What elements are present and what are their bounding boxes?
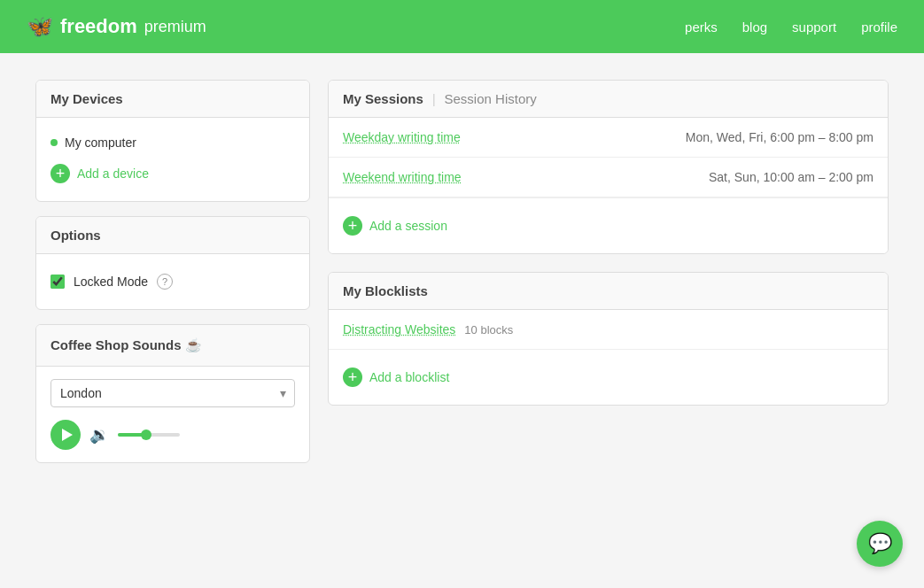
location-select-wrapper: London Paris New York Tokyo ▾ <box>50 379 295 407</box>
add-device-label: Add a device <box>77 166 149 181</box>
coffee-body: London Paris New York Tokyo ▾ 🔉 <box>36 367 309 462</box>
blocklist-row: Distracting Websites 10 blocks <box>329 310 888 350</box>
coffee-card: Coffee Shop Sounds ☕ London Paris New Yo… <box>35 324 310 463</box>
tab-session-history[interactable]: Session History <box>445 91 537 106</box>
locked-mode-checkbox[interactable] <box>50 275 65 289</box>
nav-support[interactable]: support <box>792 19 836 35</box>
header: 🦋 freedom premium perks blog support pro… <box>0 0 924 53</box>
options-card: Options Locked Mode ? <box>35 216 310 310</box>
add-device-button[interactable]: + Add a device <box>50 157 149 190</box>
session-row: Weekday writing time Mon, Wed, Fri, 6:00… <box>329 118 888 158</box>
locked-mode-row: Locked Mode ? <box>50 265 295 298</box>
nav-perks[interactable]: perks <box>685 19 718 35</box>
options-card-header: Options <box>36 217 309 254</box>
right-column: My Sessions | Session History Weekday wr… <box>328 80 889 463</box>
session-name-weekday[interactable]: Weekday writing time <box>343 130 461 144</box>
add-session-label: Add a session <box>369 219 447 233</box>
play-button[interactable] <box>50 420 81 450</box>
add-session-plus-icon: + <box>343 216 362 236</box>
blocklist-name[interactable]: Distracting Websites <box>343 322 455 337</box>
premium-label: premium <box>144 18 206 36</box>
options-card-body: Locked Mode ? <box>36 254 309 309</box>
add-blocklist-button[interactable]: + Add a blocklist <box>343 360 449 394</box>
location-select[interactable]: London Paris New York Tokyo <box>50 379 295 407</box>
options-title: Options <box>50 228 101 243</box>
main-nav: perks blog support profile <box>685 19 897 35</box>
blocks-count: 10 blocks <box>464 323 513 337</box>
device-status-dot <box>50 139 58 146</box>
blocklists-card: My Blocklists Distracting Websites 10 bl… <box>328 272 889 406</box>
coffee-header: Coffee Shop Sounds ☕ <box>36 325 309 367</box>
session-time-weekday: Mon, Wed, Fri, 6:00 pm – 8:00 pm <box>686 130 874 144</box>
add-session-row: + Add a session <box>329 197 888 253</box>
nav-blog[interactable]: blog <box>742 19 767 35</box>
tab-my-sessions[interactable]: My Sessions <box>343 91 423 106</box>
tab-divider: | <box>432 92 436 106</box>
volume-icon: 🔉 <box>89 425 109 445</box>
blocklists-title: My Blocklists <box>343 283 428 298</box>
locked-mode-help-icon[interactable]: ? <box>157 274 173 290</box>
sessions-card-header: My Sessions | Session History <box>329 81 888 118</box>
locked-mode-label: Locked Mode <box>74 275 148 289</box>
session-name-weekend[interactable]: Weekend writing time <box>343 170 462 184</box>
device-name: My computer <box>65 135 136 150</box>
volume-slider[interactable] <box>118 433 180 437</box>
brand-name: freedom <box>60 15 137 38</box>
nav-profile[interactable]: profile <box>861 19 897 35</box>
main-content: My Devices My computer + Add a device Op… <box>0 53 924 490</box>
sessions-card: My Sessions | Session History Weekday wr… <box>328 80 889 254</box>
device-item: My computer <box>50 128 295 157</box>
volume-thumb <box>141 429 151 440</box>
devices-card: My Devices My computer + Add a device <box>35 80 310 202</box>
add-blocklist-label: Add a blocklist <box>369 370 449 384</box>
session-time-weekend: Sat, Sun, 10:00 am – 2:00 pm <box>709 170 874 184</box>
logo: 🦋 freedom premium <box>27 14 206 39</box>
coffee-emoji: ☕ <box>185 337 202 352</box>
left-column: My Devices My computer + Add a device Op… <box>35 80 310 463</box>
devices-title: My Devices <box>50 91 123 106</box>
add-blocklist-plus-icon: + <box>343 368 362 387</box>
devices-card-body: My computer + Add a device <box>36 118 309 201</box>
session-row: Weekend writing time Sat, Sun, 10:00 am … <box>329 158 888 197</box>
logo-icon: 🦋 <box>27 14 53 39</box>
add-session-button[interactable]: + Add a session <box>343 209 447 243</box>
audio-controls: 🔉 <box>50 420 295 450</box>
add-blocklist-row: + Add a blocklist <box>329 350 888 405</box>
coffee-title: Coffee Shop Sounds <box>50 337 182 352</box>
devices-card-header: My Devices <box>36 81 309 118</box>
blocklists-card-header: My Blocklists <box>329 273 888 310</box>
plus-circle-icon: + <box>50 164 70 183</box>
